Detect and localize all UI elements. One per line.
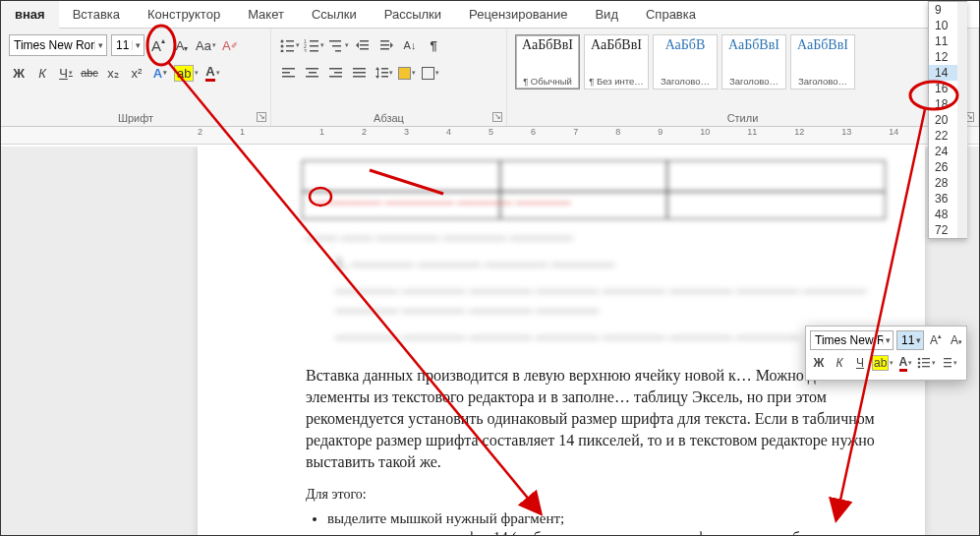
borders-button[interactable]: ▾ <box>421 62 440 84</box>
tab-view[interactable]: Вид <box>581 1 632 29</box>
blurred-red-text: ————— ————— ———— ———— <box>313 195 571 210</box>
subscript-button[interactable]: x₂ <box>103 62 123 84</box>
svg-text:3: 3 <box>304 48 307 52</box>
mini-grow-font-button[interactable]: A▴ <box>927 330 945 350</box>
svg-rect-29 <box>329 76 342 78</box>
style-item[interactable]: АаБбВвІ¶ Обычный <box>515 34 580 89</box>
mini-italic-button[interactable]: К <box>831 353 848 373</box>
align-center-button[interactable] <box>303 62 322 84</box>
shading-button[interactable]: ▾ <box>397 62 417 84</box>
svg-rect-16 <box>360 44 369 46</box>
paragraph-dialog-launcher[interactable]: ↘ <box>492 112 502 122</box>
style-item[interactable]: АаБбВЗаголово… <box>653 34 718 89</box>
italic-button[interactable]: К <box>32 62 52 84</box>
chevron-down-icon[interactable]: ▾ <box>132 40 144 50</box>
clear-formatting-button[interactable]: A✐ <box>220 34 240 56</box>
mini-font-name-combo[interactable]: Times New Rom ▾ <box>810 330 894 350</box>
tab-references[interactable]: Ссылки <box>298 1 371 29</box>
text-effects-button[interactable]: A▾ <box>150 62 170 84</box>
chevron-down-icon[interactable]: ▾ <box>914 335 923 345</box>
scrollbar[interactable] <box>957 2 967 238</box>
line-spacing-button[interactable]: ▾ <box>374 62 393 84</box>
highlight-button[interactable]: ab▾ <box>174 62 199 84</box>
chevron-down-icon[interactable]: ▾ <box>94 40 106 50</box>
font-size-dropdown[interactable]: 91011121416182022242628364872 <box>928 1 967 239</box>
tab-home[interactable]: вная <box>1 1 59 29</box>
svg-rect-9 <box>310 45 318 47</box>
font-name-combo[interactable]: Times New Rom ▾ <box>9 34 107 56</box>
svg-rect-40 <box>922 362 930 363</box>
align-right-button[interactable] <box>326 62 346 84</box>
blurred-table: ————— ————— ———— ———— <box>302 160 886 219</box>
svg-rect-31 <box>353 72 366 74</box>
svg-rect-17 <box>360 48 369 50</box>
list-item[interactable]: выставьте размер шрифта 14 (выбрав соотв… <box>327 529 886 535</box>
svg-rect-15 <box>360 40 369 42</box>
align-left-button[interactable] <box>279 62 299 84</box>
grow-font-button[interactable]: A▴ <box>148 34 168 56</box>
bold-button[interactable]: Ж <box>9 62 29 84</box>
tab-help[interactable]: Справка <box>632 1 710 29</box>
svg-point-37 <box>918 358 921 361</box>
multilevel-list-button[interactable]: ▾ <box>328 34 349 56</box>
body-paragraph[interactable]: Вставка данных производится в левую верх… <box>306 365 886 473</box>
mini-underline-button[interactable]: Ч <box>851 353 869 373</box>
svg-rect-33 <box>377 70 378 76</box>
svg-rect-11 <box>310 50 318 52</box>
svg-point-0 <box>281 40 284 43</box>
tab-mailings[interactable]: Рассылки <box>371 1 455 29</box>
increase-indent-button[interactable] <box>376 34 396 56</box>
decrease-indent-button[interactable] <box>353 34 373 56</box>
svg-rect-5 <box>286 50 294 52</box>
numbering-button[interactable]: 123▾ <box>304 34 324 56</box>
blurred-text: ———— ———— ———— ———— ———— ———— ———— ———— … <box>335 280 886 322</box>
svg-rect-20 <box>380 48 389 50</box>
sub-label[interactable]: Для этого: <box>306 487 886 503</box>
svg-rect-26 <box>306 76 318 78</box>
svg-rect-38 <box>922 358 930 359</box>
justify-button[interactable] <box>350 62 370 84</box>
strike-button[interactable]: abc <box>80 62 99 84</box>
group-font: Times New Rom ▾ 11 ▾ A▴ A▾ Aa▾ A✐ Ж К Ч▾… <box>1 29 271 126</box>
superscript-button[interactable]: x² <box>127 62 146 84</box>
svg-rect-43 <box>944 358 951 359</box>
underline-button[interactable]: Ч▾ <box>56 62 76 84</box>
svg-rect-44 <box>944 362 951 363</box>
svg-rect-23 <box>282 76 295 78</box>
svg-point-39 <box>918 362 921 365</box>
font-size-combo[interactable]: 11 ▾ <box>111 34 144 56</box>
mini-bold-button[interactable]: Ж <box>810 353 828 373</box>
mini-toolbar[interactable]: Times New Rom ▾ 11 ▾ A▴ A▾ Ж К Ч ab▾ A▾ … <box>805 326 967 381</box>
mini-font-color-button[interactable]: A▾ <box>896 353 914 373</box>
svg-rect-27 <box>329 68 342 70</box>
styles-gallery[interactable]: АаБбВвІ¶ ОбычныйАаБбВвІ¶ Без инте…АаБбВЗ… <box>515 34 970 89</box>
svg-rect-42 <box>922 366 930 367</box>
font-dialog-launcher[interactable]: ↘ <box>257 112 266 122</box>
sort-button[interactable]: A↓ <box>400 34 420 56</box>
svg-point-41 <box>918 366 921 369</box>
show-marks-button[interactable]: ¶ <box>424 34 443 56</box>
bullets-button[interactable]: ▾ <box>279 34 300 56</box>
chevron-down-icon[interactable]: ▾ <box>883 335 894 345</box>
ruler: 211234567891011121314151617 <box>1 127 979 145</box>
mini-bullets-button[interactable]: ▾ <box>917 353 936 373</box>
style-item[interactable]: АаБбВвІЗаголово… <box>721 34 786 89</box>
svg-point-2 <box>281 45 284 48</box>
svg-rect-28 <box>334 72 342 74</box>
style-item[interactable]: АаБбВвІЗаголово… <box>790 34 855 89</box>
tab-insert[interactable]: Вставка <box>59 1 134 29</box>
mini-font-size-combo[interactable]: 11 ▾ <box>896 330 924 350</box>
font-color-button[interactable]: A▾ <box>202 62 222 84</box>
tab-layout[interactable]: Макет <box>234 1 298 29</box>
svg-rect-12 <box>329 40 341 42</box>
mini-highlight-button[interactable]: ab▾ <box>872 353 894 373</box>
style-item[interactable]: АаБбВвІ¶ Без инте… <box>584 34 649 89</box>
mini-shrink-font-button[interactable]: A▾ <box>948 330 965 350</box>
tab-review[interactable]: Рецензирование <box>455 1 581 29</box>
change-case-button[interactable]: Aa▾ <box>196 34 216 56</box>
shrink-font-button[interactable]: A▾ <box>172 34 192 56</box>
tab-design[interactable]: Конструктор <box>134 1 234 29</box>
list-item[interactable]: выделите мышкой нужный фрагмент; <box>327 510 886 527</box>
bullet-list[interactable]: выделите мышкой нужный фрагмент; выставь… <box>327 510 886 535</box>
mini-numbering-button[interactable]: ▾ <box>939 353 957 373</box>
